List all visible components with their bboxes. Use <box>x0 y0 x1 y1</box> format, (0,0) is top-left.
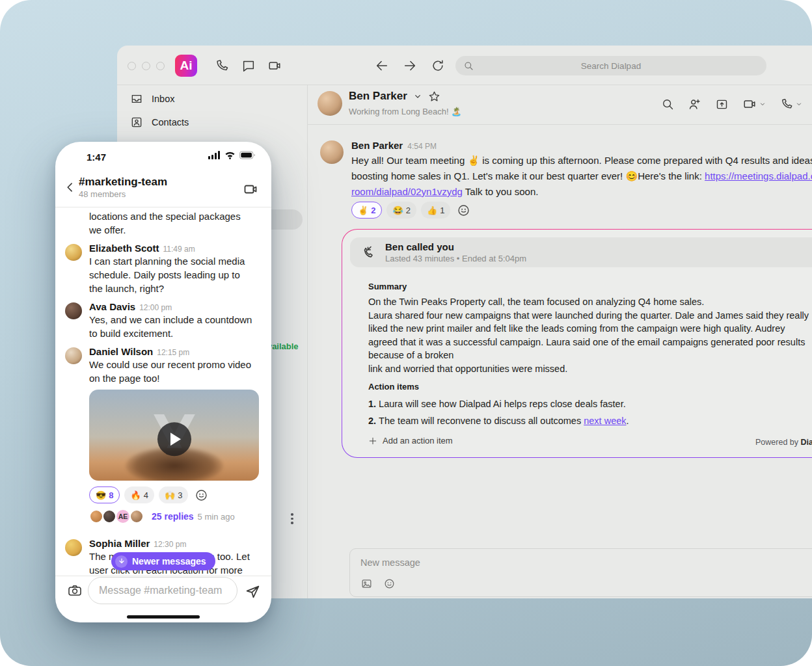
global-search[interactable] <box>455 56 766 75</box>
chevron-down-icon[interactable] <box>795 100 803 108</box>
message-reactions: ✌️2😂2👍1 <box>351 202 472 219</box>
window-traffic-lights[interactable] <box>128 62 165 70</box>
call-event-header[interactable]: Ben called you Lasted 43 minutes • Ended… <box>350 237 812 267</box>
back-chevron-icon[interactable] <box>64 181 77 194</box>
text-link[interactable]: room/dialpad/02yn1vzydg <box>351 186 463 197</box>
message-text-line: the launch, right? <box>89 282 245 295</box>
plus-icon <box>368 436 377 446</box>
thread-replies[interactable]: AE25 replies5 min ago <box>89 509 259 524</box>
page-background: Ai Inbox Contacts Available Be <box>0 0 812 666</box>
send-icon[interactable] <box>245 583 261 600</box>
star-icon[interactable] <box>428 90 440 103</box>
compose-box[interactable] <box>349 548 812 597</box>
search-icon[interactable] <box>661 98 674 111</box>
summary-line: Laura shared four new campaigns that wer… <box>368 309 812 323</box>
reaction-pill[interactable]: 😂2 <box>386 202 416 219</box>
video-icon[interactable] <box>243 181 258 197</box>
message-text-line: to build excitement. <box>89 326 252 340</box>
chat-icon[interactable] <box>241 59 256 73</box>
text-segment: boosting home sales in Q1. Let's make it… <box>351 170 705 181</box>
contacts-icon <box>130 116 143 129</box>
search-icon <box>463 60 474 71</box>
home-indicator[interactable] <box>127 615 200 619</box>
reaction-count: 2 <box>406 206 411 215</box>
screen-share-icon[interactable] <box>715 98 729 111</box>
sidebar-item-contacts[interactable]: Contacts <box>130 116 189 129</box>
channel-message: Elizabeth Scott11:49 amI can start plann… <box>65 243 261 295</box>
channel-message-list: locations and the special packageswe off… <box>55 209 271 576</box>
more-options-kebab-icon[interactable] <box>288 511 296 527</box>
add-action-item-button[interactable]: Add an action item <box>368 436 812 446</box>
video-icon[interactable] <box>742 97 757 111</box>
newer-messages-button[interactable]: Newer messages <box>111 552 215 570</box>
text-line: room/dialpad/02yn1vzydg Talk to you soon… <box>351 184 812 200</box>
message-name-row: Sophia Miller12:30 pm <box>89 538 250 550</box>
reaction-pill[interactable]: ✌️2 <box>351 202 382 219</box>
video-icon[interactable] <box>267 59 282 73</box>
message-author: Daniel Wilson <box>89 346 153 357</box>
reaction-emoji: 😂 <box>392 206 403 215</box>
reaction-count: 1 <box>440 206 444 215</box>
channel-message-input[interactable] <box>88 577 237 604</box>
reply-avatar <box>102 509 116 524</box>
call-summary-card: Ben called you Lasted 43 minutes • Ended… <box>342 229 812 458</box>
inbox-icon <box>130 92 143 105</box>
cellular-icon <box>208 151 221 159</box>
reaction-count: 4 <box>144 490 148 500</box>
chat-header: Ben Parker Working from Long Beach! 🏝️ <box>308 85 812 124</box>
reaction-pill[interactable]: 😎8 <box>89 486 120 503</box>
summary-line: agreed that it was a successful campaign… <box>368 336 812 349</box>
message-content: Ava Davis12:00 pmYes, and we can include… <box>89 301 252 340</box>
search-input[interactable] <box>474 61 748 71</box>
action-item: 1.Laura will see how Dialpad Ai helps re… <box>368 395 812 412</box>
wifi-icon <box>224 151 236 159</box>
contact-avatar[interactable] <box>318 91 342 116</box>
add-reaction-button[interactable] <box>193 486 210 503</box>
channel-header: #marketing-team 48 members <box>55 173 271 207</box>
text-line: boosting home sales in Q1. Let's make it… <box>351 168 812 184</box>
channel-message: Ava Davis12:00 pmYes, and we can include… <box>65 301 261 340</box>
message-author: Sophia Miller <box>89 538 150 549</box>
message-time: 12:15 pm <box>157 348 189 357</box>
video-attachment[interactable] <box>89 390 259 481</box>
message-name-row: Daniel Wilson12:15 pm <box>89 346 259 358</box>
reply-avatar-initials: AE <box>115 509 131 524</box>
status-time: 1:47 <box>87 152 106 163</box>
person-add-icon[interactable] <box>688 98 701 111</box>
sidebar-item-label: Contacts <box>152 117 189 127</box>
play-button[interactable] <box>157 422 191 456</box>
back-icon[interactable] <box>375 59 389 73</box>
action-item: 2.The team will reconvene to discuss all… <box>368 412 812 429</box>
message-time: 12:00 pm <box>139 303 172 312</box>
image-icon[interactable] <box>360 578 373 590</box>
emoji-icon[interactable] <box>383 578 396 590</box>
replies-link[interactable]: 25 replies <box>152 511 194 522</box>
arrow-down-icon <box>118 557 126 565</box>
reaction-pill[interactable]: 🙌3 <box>159 486 188 503</box>
action-item-number: 1. <box>368 399 376 409</box>
call-event-title: Ben called you <box>385 241 526 252</box>
message-time: 12:30 pm <box>154 540 186 549</box>
sidebar-item-inbox[interactable]: Inbox <box>130 92 174 105</box>
phone-icon[interactable] <box>215 59 229 73</box>
message-author: Ben Parker <box>351 140 403 151</box>
reaction-pill[interactable]: 👍1 <box>421 202 450 219</box>
new-message-input[interactable] <box>360 557 751 568</box>
reaction-pill[interactable]: 🔥4 <box>124 486 154 503</box>
reaction-emoji: 😎 <box>96 490 106 500</box>
text-segment: The team will reconvene to discuss all o… <box>379 416 584 426</box>
message-content: Daniel Wilson12:15 pmWe could use our re… <box>89 346 259 532</box>
text-link[interactable]: https://meetings.dialpad.com/ <box>705 170 812 181</box>
phone-icon[interactable] <box>780 98 793 111</box>
reaction-count: 8 <box>109 490 113 500</box>
contact-status: Working from Long Beach! 🏝️ <box>349 107 462 116</box>
chevron-down-icon[interactable] <box>759 100 766 108</box>
forward-icon[interactable] <box>403 59 417 73</box>
message-author: Ava Davis <box>89 301 135 312</box>
phone-status-bar: 1:47 <box>55 150 271 164</box>
add-reaction-button[interactable] <box>455 202 472 219</box>
camera-icon[interactable] <box>67 583 83 598</box>
refresh-icon[interactable] <box>431 59 445 73</box>
text-link[interactable]: next week <box>584 416 626 426</box>
chevron-down-icon[interactable] <box>413 91 423 101</box>
